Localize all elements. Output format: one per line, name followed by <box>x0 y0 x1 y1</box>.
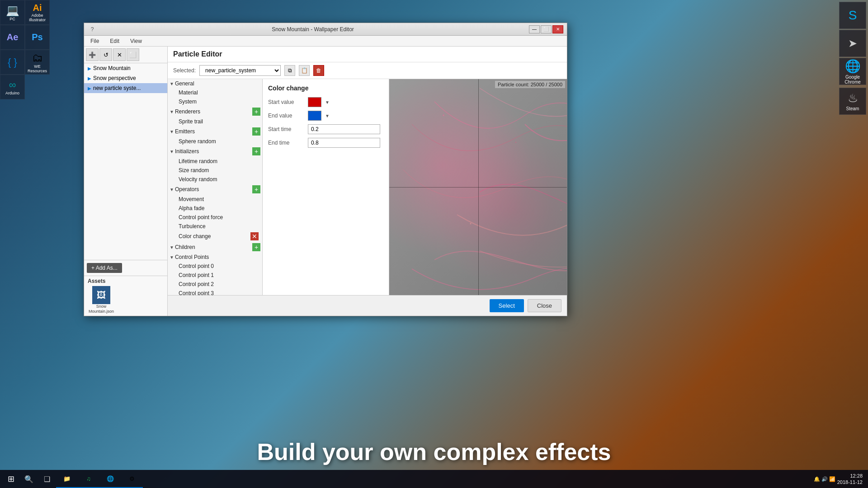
start-button[interactable]: ⊞ <box>2 470 20 488</box>
group-renderers-label: Renderers <box>175 108 252 115</box>
selected-label: Selected: <box>173 67 196 74</box>
tree-panel: ▼ General Material System ▼ Renderers + <box>168 79 263 295</box>
add-emitter-btn[interactable]: + <box>252 127 260 136</box>
select-button[interactable]: Select <box>490 299 524 312</box>
particle-editor-area: Particle Editor Selected: new_particle_s… <box>168 47 567 316</box>
add-renderer-btn[interactable]: + <box>252 108 260 116</box>
desktop-icon-ae[interactable]: Ae <box>0 25 25 50</box>
minimize-button[interactable]: — <box>529 25 540 33</box>
prop-start-value-row: Start value ▼ <box>268 97 383 107</box>
sidebar-item-new-particle[interactable]: ▶ new particle syste... <box>84 83 167 93</box>
desktop-icon-resources[interactable]: 🗂 WEResources <box>25 50 50 75</box>
end-time-input[interactable] <box>308 138 380 148</box>
menu-view[interactable]: View <box>127 37 145 45</box>
taskbar-settings[interactable]: ⚙ <box>121 470 143 488</box>
add-icon-btn[interactable]: ➕ <box>86 48 99 61</box>
prop-end-value-row: End value ▼ <box>268 111 383 121</box>
restore-button[interactable]: ⬜ <box>541 25 552 33</box>
close-button[interactable]: ✕ <box>552 25 563 33</box>
end-color-arrow[interactable]: ▼ <box>325 113 330 118</box>
start-color-arrow[interactable]: ▼ <box>325 100 330 105</box>
expand-icon-btn[interactable]: ⬜ <box>127 48 139 61</box>
tree-cp0[interactable]: Control point 0 <box>168 262 262 271</box>
tree-alpha-fade[interactable]: Alpha fade <box>168 204 262 213</box>
taskbar-task-view[interactable]: ❑ <box>38 470 56 488</box>
group-emitters[interactable]: ▼ Emitters + <box>168 126 262 137</box>
selected-dropdown[interactable]: new_particle_system <box>199 65 281 76</box>
particle-editor-title: Particle Editor <box>173 50 222 58</box>
chrome-tray-icon[interactable]: 🌐 Google Chrome <box>839 58 866 85</box>
refresh-icon-btn[interactable]: ↺ <box>99 48 112 61</box>
add-child-btn[interactable]: + <box>252 243 260 251</box>
group-operators-label: Operators <box>175 186 252 192</box>
close-dialog-button[interactable]: Close <box>528 299 561 312</box>
assets-section: Assets 🖼 Snow Mountain.json <box>84 276 167 316</box>
start-time-input[interactable] <box>308 124 380 134</box>
tree-color-change[interactable]: Color change ✕ <box>168 231 262 242</box>
tree-sphere-random[interactable]: Sphere random <box>168 137 262 146</box>
properties-title: Color change <box>268 84 383 92</box>
add-operator-btn[interactable]: + <box>252 185 260 193</box>
close-icon-btn[interactable]: ✕ <box>113 48 126 61</box>
tree-cp3[interactable]: Control point 3 <box>168 289 262 295</box>
svg-point-0 <box>443 115 444 116</box>
steam-tray-icon[interactable]: ♨ Steam <box>839 88 866 115</box>
group-general[interactable]: ▼ General <box>168 79 262 88</box>
prop-end-time-row: End time <box>268 138 383 148</box>
taskbar-clock[interactable]: 12:28 2018-11-12 <box>837 473 863 486</box>
menu-bar: File Edit View <box>84 36 567 47</box>
remove-color-change-btn[interactable]: ✕ <box>250 232 259 240</box>
particle-editor-header: Particle Editor <box>168 47 567 62</box>
add-asset-button[interactable]: + Add As... <box>87 263 122 273</box>
desktop-icon-illustrator[interactable]: Ai AdobeIllustrator <box>25 0 50 25</box>
group-initializers[interactable]: ▼ Initializers + <box>168 146 262 157</box>
desktop-icon-pc[interactable]: 💻 PC <box>0 0 25 25</box>
desktop-icon-arduino[interactable]: ∞ Arduino <box>0 75 25 99</box>
start-color-swatch[interactable] <box>308 97 321 107</box>
send-tray-icon[interactable]: ➤ <box>839 30 866 57</box>
taskbar-search[interactable]: 🔍 <box>20 470 38 488</box>
tree-sprite-trail[interactable]: Sprite trail <box>168 117 262 126</box>
tree-system[interactable]: System <box>168 97 262 106</box>
tree-velocity-random[interactable]: Velocity random <box>168 175 262 184</box>
tree-control-point-force[interactable]: Control point force <box>168 213 262 222</box>
copy-btn[interactable]: ⧉ <box>284 65 295 76</box>
menu-file[interactable]: File <box>88 37 102 45</box>
paste-btn[interactable]: 📋 <box>299 65 310 76</box>
help-button[interactable]: ? <box>88 25 97 33</box>
tree-movement[interactable]: Movement <box>168 195 262 204</box>
tree-lifetime-random[interactable]: Lifetime random <box>168 157 262 166</box>
particle-count-label: Particle count: 25000 / 25000 <box>495 81 565 88</box>
group-operators[interactable]: ▼ Operators + <box>168 184 262 195</box>
sidebar-toolbar: ➕ ↺ ✕ ⬜ <box>84 47 167 63</box>
tree-material[interactable]: Material <box>168 88 262 97</box>
add-initializer-btn[interactable]: + <box>252 147 260 155</box>
prop-start-value-label: Start value <box>268 99 304 105</box>
menu-edit[interactable]: Edit <box>107 37 122 45</box>
taskbar-file-explorer[interactable]: 📁 <box>56 470 78 488</box>
taskbar-chrome[interactable]: 🌐 <box>99 470 121 488</box>
tree-cp1[interactable]: Control point 1 <box>168 271 262 280</box>
end-color-swatch[interactable] <box>308 111 321 121</box>
prop-start-time-label: Start time <box>268 126 304 132</box>
tree-cp2[interactable]: Control point 2 <box>168 280 262 289</box>
svg-point-1 <box>515 142 516 143</box>
desktop-icon-ps[interactable]: Ps <box>25 25 50 50</box>
desktop-icon-vscode[interactable]: { } <box>0 50 25 75</box>
assets-title: Assets <box>88 278 164 284</box>
prop-end-value-label: End value <box>268 113 304 119</box>
sidebar-item-snow-perspective[interactable]: ▶ Snow perspective <box>84 73 167 83</box>
app-icons-topleft: 💻 PC Ai AdobeIllustrator Ae Ps { } 🗂 WER… <box>0 0 50 99</box>
tree-size-random[interactable]: Size random <box>168 166 262 175</box>
delete-btn[interactable]: 🗑 <box>313 65 324 76</box>
sidebar-item-snow-mountain[interactable]: ▶ Snow Mountain <box>84 63 167 73</box>
taskbar: ⊞ 🔍 ❑ 📁 ♫ 🌐 ⚙ 🔔 🔊 📶 12:28 2018-11-12 <box>0 470 868 488</box>
skype-tray-icon[interactable]: S <box>839 2 866 29</box>
asset-item-snow-mountain[interactable]: 🖼 Snow Mountain.json <box>88 286 115 314</box>
group-control-points[interactable]: ▼ Control Points <box>168 253 262 262</box>
tree-turbulence[interactable]: Turbulence <box>168 222 262 231</box>
taskbar-spotify[interactable]: ♫ <box>78 470 99 488</box>
group-renderers[interactable]: ▼ Renderers + <box>168 106 262 117</box>
group-children[interactable]: ▼ Children + <box>168 242 262 253</box>
properties-panel: Color change Start value ▼ End value ▼ <box>263 79 389 295</box>
